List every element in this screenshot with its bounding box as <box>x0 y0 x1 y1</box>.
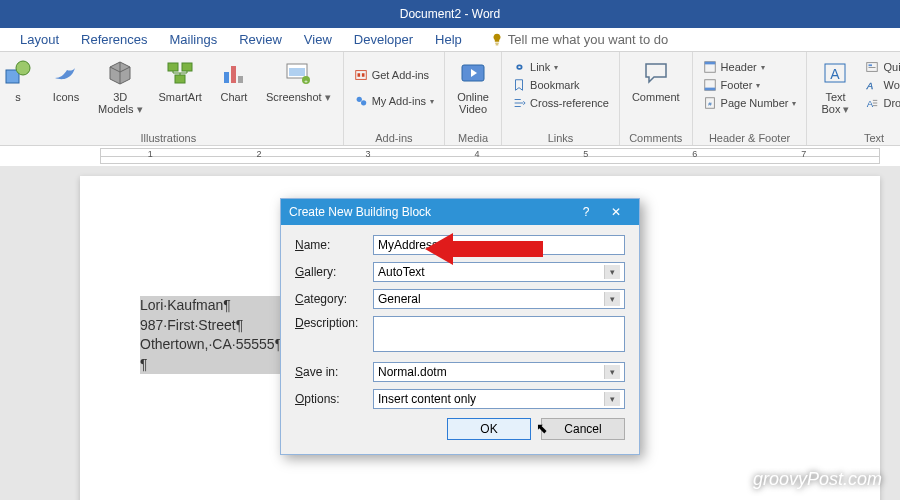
footer-icon <box>703 78 717 92</box>
svg-point-15 <box>356 97 361 102</box>
dropcap-button[interactable]: ADrop Cap <box>863 95 900 111</box>
chevron-down-icon: ▾ <box>604 265 620 279</box>
store-icon <box>354 68 368 82</box>
svg-rect-4 <box>175 75 185 83</box>
label-gallery: Gallery: <box>295 265 373 279</box>
chart-button[interactable]: Chart <box>214 55 254 105</box>
comment-icon <box>641 58 671 88</box>
svg-rect-28 <box>869 67 876 68</box>
shapes-icon <box>3 58 33 88</box>
comment-button[interactable]: Comment <box>628 55 684 105</box>
cube-icon <box>105 58 135 88</box>
dropcap-icon: A <box>865 96 879 110</box>
group-comments: Comments <box>628 131 684 145</box>
bookmark-icon <box>512 78 526 92</box>
label-category: Category: <box>295 292 373 306</box>
link-button[interactable]: Link ▾ <box>510 59 611 75</box>
dialog-title-bar[interactable]: Create New Building Block ? ✕ <box>281 199 639 225</box>
selected-text[interactable]: Lori·Kaufman¶ 987·First·Street¶ Othertow… <box>140 296 282 374</box>
label-options: Options: <box>295 392 373 406</box>
ok-button[interactable]: OK <box>447 418 531 440</box>
description-input[interactable] <box>373 316 625 352</box>
header-icon <box>703 60 717 74</box>
svg-text:+: + <box>305 78 309 84</box>
dove-icon <box>51 58 81 88</box>
dialog-help-button[interactable]: ? <box>571 205 601 219</box>
cancel-button[interactable]: Cancel <box>541 418 625 440</box>
footer-button[interactable]: Footer ▾ <box>701 77 799 93</box>
tab-layout[interactable]: Layout <box>20 32 59 47</box>
savein-combo[interactable]: Normal.dotm▾ <box>373 362 625 382</box>
svg-point-16 <box>361 100 366 105</box>
svg-rect-21 <box>704 88 715 91</box>
get-addins-button[interactable]: Get Add-ins <box>352 67 436 83</box>
label-savein: Save in: <box>295 365 373 379</box>
smartart-button[interactable]: SmartArt <box>155 55 206 105</box>
svg-text:#: # <box>708 100 712 107</box>
quick-parts-button[interactable]: Quick Pa <box>863 59 900 75</box>
svg-rect-19 <box>704 62 715 65</box>
text-box-button[interactable]: A TextBox ▾ <box>815 55 855 117</box>
chart-icon <box>219 58 249 88</box>
svg-rect-9 <box>289 68 305 76</box>
wordart-icon: A <box>865 78 879 92</box>
tell-me-search[interactable]: Tell me what you want to do <box>490 32 668 47</box>
label-name: Name: <box>295 238 373 252</box>
addins-icon <box>354 94 368 108</box>
tab-mailings[interactable]: Mailings <box>170 32 218 47</box>
group-addins: Add-ins <box>352 131 436 145</box>
online-video-button[interactable]: OnlineVideo <box>453 55 493 117</box>
svg-rect-3 <box>182 63 192 71</box>
group-illustrations: Illustrations <box>2 131 335 145</box>
ribbon-tabs: Layout References Mailings Review View D… <box>0 28 900 52</box>
label-description: Description: <box>295 316 373 330</box>
watermark: groovyPost.com <box>753 469 882 490</box>
svg-rect-6 <box>231 66 236 83</box>
screenshot-button[interactable]: + Screenshot ▾ <box>262 55 335 105</box>
cross-reference-button[interactable]: Cross-reference <box>510 95 611 111</box>
group-text: Text <box>815 131 900 145</box>
gallery-combo[interactable]: AutoText▾ <box>373 262 625 282</box>
svg-rect-13 <box>357 73 360 77</box>
create-building-block-dialog: Create New Building Block ? ✕ Name: Gall… <box>280 198 640 455</box>
header-button[interactable]: Header ▾ <box>701 59 799 75</box>
tab-review[interactable]: Review <box>239 32 282 47</box>
chevron-down-icon: ▾ <box>604 292 620 306</box>
svg-text:A: A <box>867 98 874 109</box>
svg-text:A: A <box>831 66 841 82</box>
svg-rect-12 <box>355 71 366 80</box>
group-links: Links <box>510 131 611 145</box>
ribbon: s Icons 3DModels ▾ SmartArt Chart + Scre… <box>0 52 900 146</box>
tab-references[interactable]: References <box>81 32 147 47</box>
category-combo[interactable]: General▾ <box>373 289 625 309</box>
my-addins-button[interactable]: My Add-ins ▾ <box>352 93 436 109</box>
wordart-button[interactable]: AWordArt <box>863 77 900 93</box>
video-icon <box>458 58 488 88</box>
svg-rect-14 <box>362 73 365 77</box>
page-number-icon: # <box>703 96 717 110</box>
shapes-button[interactable]: s <box>0 55 38 105</box>
smartart-icon <box>165 58 195 88</box>
textbox-icon: A <box>820 58 850 88</box>
svg-rect-27 <box>869 64 873 66</box>
tab-developer[interactable]: Developer <box>354 32 413 47</box>
options-combo[interactable]: Insert content only▾ <box>373 389 625 409</box>
tab-view[interactable]: View <box>304 32 332 47</box>
icons-button[interactable]: Icons <box>46 55 86 105</box>
title-bar: Document2 - Word <box>0 0 900 28</box>
group-media: Media <box>453 131 493 145</box>
name-input[interactable] <box>373 235 625 255</box>
horizontal-ruler[interactable]: 1 2 3 4 5 6 7 <box>100 148 880 164</box>
3d-models-button[interactable]: 3DModels ▾ <box>94 55 147 117</box>
chevron-down-icon: ▾ <box>604 392 620 406</box>
svg-text:A: A <box>866 80 873 91</box>
chevron-down-icon: ▾ <box>604 365 620 379</box>
screenshot-icon: + <box>283 58 313 88</box>
cursor-icon: ⬉ <box>536 420 548 436</box>
cross-ref-icon <box>512 96 526 110</box>
bookmark-button[interactable]: Bookmark <box>510 77 611 93</box>
page-number-button[interactable]: #Page Number ▾ <box>701 95 799 111</box>
dialog-close-button[interactable]: ✕ <box>601 205 631 219</box>
svg-point-1 <box>16 61 30 75</box>
tab-help[interactable]: Help <box>435 32 462 47</box>
